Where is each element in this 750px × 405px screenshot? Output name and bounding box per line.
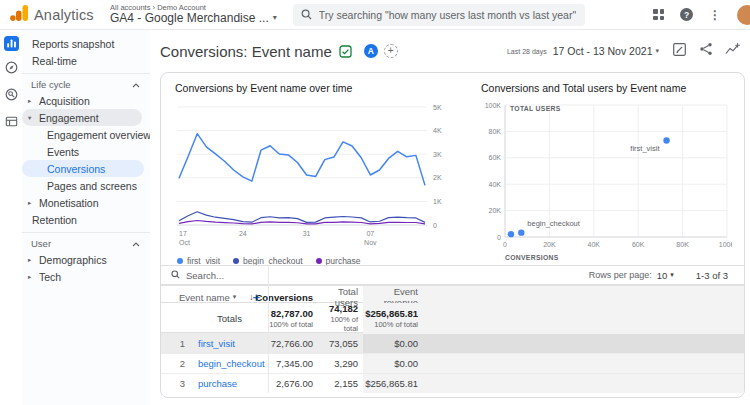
table-row[interactable]: 1first_visit72,766.0073,055$0.00	[161, 333, 744, 353]
sidebar-item-label: Engagement overview	[47, 129, 151, 141]
svg-text:first_visit: first_visit	[630, 144, 660, 153]
table-header-row: Event name▾+↓ConversionsTotal usersEvent…	[161, 285, 744, 302]
apps-grid-icon[interactable]	[653, 9, 664, 20]
svg-text:31: 31	[303, 230, 311, 237]
add-comparison-button[interactable]: +	[384, 44, 398, 58]
event-name-link[interactable]: begin_checkout	[191, 354, 268, 373]
sidebar-item-label: Events	[47, 146, 79, 158]
svg-text:0: 0	[503, 241, 507, 248]
chevron-collapsed-icon[interactable]: ▸	[28, 256, 31, 264]
avatar[interactable]	[737, 5, 750, 25]
sidebar-item-pages-and-screens[interactable]: Pages and screens	[22, 177, 150, 194]
cell-conversions: 2,676.00	[268, 374, 318, 393]
svg-text:0: 0	[497, 234, 501, 241]
chevron-down-icon: ▾	[273, 14, 277, 23]
property-name: GA4 - Google Merchandise ...	[110, 12, 269, 25]
legend-dot	[316, 258, 322, 264]
svg-text:100K: 100K	[485, 102, 502, 109]
sidebar-item-events[interactable]: Events	[22, 143, 150, 160]
chevron-collapsed-icon[interactable]: ▸	[28, 273, 31, 281]
column-header-conversions[interactable]: ↓Conversions	[268, 286, 318, 308]
line-chart-panel: Conversions by Event name over time 01K2…	[175, 73, 471, 265]
reports-nav-icon[interactable]	[4, 36, 19, 51]
event-name-link[interactable]: first_visit	[191, 334, 268, 353]
totals-blank	[161, 303, 191, 334]
line-chart-title: Conversions by Event name over time	[175, 82, 471, 94]
svg-text:24: 24	[239, 230, 247, 237]
report-status-check-icon	[339, 45, 352, 58]
scatter-chart-panel: Conversions and Total users by Event nam…	[471, 73, 734, 265]
table-row[interactable]: 3purchase2,676.002,155$256,865.81	[161, 373, 744, 393]
svg-text:60K: 60K	[489, 154, 502, 161]
sidebar-item-demographics[interactable]: ▸Demographics	[22, 251, 150, 268]
svg-text:80K: 80K	[676, 241, 689, 248]
sidebar-item-label: Acquisition	[39, 95, 90, 107]
report-card: Conversions by Event name over time 01K2…	[160, 72, 745, 398]
chevron-collapsed-icon[interactable]: ▸	[28, 199, 31, 207]
sidebar-item-retention[interactable]: Retention	[22, 211, 150, 228]
sort-descending-icon: ↓	[249, 292, 253, 302]
rows-per-page-select[interactable]: 10 ▾	[657, 270, 674, 281]
insights-icon[interactable]	[725, 42, 740, 60]
cell-total-users: 2,155	[318, 374, 363, 393]
sidebar-item-real-time[interactable]: Real-time	[22, 52, 150, 69]
search-input[interactable]: Try searching "how many users last month…	[293, 4, 585, 26]
row-index: 2	[161, 354, 191, 373]
sidebar-item-acquisition[interactable]: ▸Acquisition	[22, 92, 150, 109]
chevron-collapsed-icon[interactable]: ▸	[28, 97, 31, 105]
sidebar-item-engagement[interactable]: ▾Engagement	[22, 109, 142, 126]
sidebar-item-monetisation[interactable]: ▸Monetisation	[22, 194, 150, 211]
sidebar-item-engagement-overview[interactable]: Engagement overview	[22, 126, 150, 143]
table-row[interactable]: 2begin_checkout7,345.003,290$0.00	[161, 353, 744, 373]
page-title: Conversions: Event name	[160, 43, 332, 60]
account-switcher[interactable]: All accounts › Demo Account GA4 - Google…	[110, 4, 277, 25]
date-range-picker[interactable]: 17 Oct - 13 Nov 2021 ▾	[553, 45, 659, 57]
share-icon[interactable]	[699, 42, 713, 60]
chevron-up-icon	[132, 79, 140, 90]
legend-dot	[177, 258, 183, 264]
row-filler	[423, 354, 744, 373]
sidebar-item-label: Demographics	[39, 254, 107, 266]
totals-value: 74,182	[318, 303, 358, 315]
legend-dot	[233, 258, 239, 264]
cell-conversions: 7,345.00	[268, 354, 318, 373]
sidebar-item-conversions[interactable]: Conversions	[22, 160, 144, 177]
sidebar-section-life-cycle[interactable]: Life cycle	[22, 77, 150, 92]
sidebar-item-tech[interactable]: ▸Tech	[22, 268, 150, 285]
advertising-nav-icon[interactable]	[5, 87, 18, 105]
data-table: Event name▾+↓ConversionsTotal usersEvent…	[161, 285, 744, 393]
totals-event-revenue: $256,865.81100% of total	[363, 303, 423, 334]
data-table-section: Search... Rows per page: 10 ▾ 1-3 of 3 E…	[161, 265, 744, 393]
totals-value: 82,787.00	[268, 308, 313, 320]
event-name-link[interactable]: purchase	[191, 374, 268, 393]
analytics-logo[interactable]: Analytics	[10, 5, 96, 25]
help-icon[interactable]: ?	[680, 8, 693, 21]
row-index: 3	[161, 374, 191, 393]
svg-text:2K: 2K	[433, 174, 442, 181]
configure-nav-icon[interactable]	[5, 114, 18, 132]
svg-text:0: 0	[433, 222, 437, 229]
search-icon	[301, 6, 312, 24]
totals-label: Totals	[191, 313, 268, 324]
cell-conversions: 72,766.00	[268, 334, 318, 353]
customize-report-icon[interactable]	[672, 42, 687, 61]
sidebar-item-label: Engagement	[39, 112, 99, 124]
cell-event-revenue: $0.00	[363, 334, 423, 353]
svg-text:40K: 40K	[489, 181, 502, 188]
sidebar-item-label: Conversions	[47, 163, 105, 175]
chevron-up-icon	[132, 238, 140, 249]
comparison-chip[interactable]: A	[364, 44, 378, 58]
cell-event-revenue: $0.00	[363, 354, 423, 373]
chevron-expanded-icon[interactable]: ▾	[28, 114, 31, 122]
svg-text:5K: 5K	[433, 104, 442, 111]
explore-nav-icon[interactable]	[5, 60, 18, 78]
svg-text:17: 17	[179, 230, 187, 237]
pagination-range: 1-3 of 3	[696, 270, 728, 281]
sidebar-section-user[interactable]: User	[22, 236, 150, 251]
sidebar-item-label: Monetisation	[39, 197, 99, 209]
sidebar-item-reports-snapshot[interactable]: Reports snapshot	[22, 35, 150, 52]
more-vertical-icon[interactable]: ⋮	[709, 9, 721, 21]
table-search-input[interactable]: Search...	[186, 270, 224, 281]
svg-text:20K: 20K	[543, 241, 556, 248]
svg-text:3K: 3K	[433, 151, 442, 158]
